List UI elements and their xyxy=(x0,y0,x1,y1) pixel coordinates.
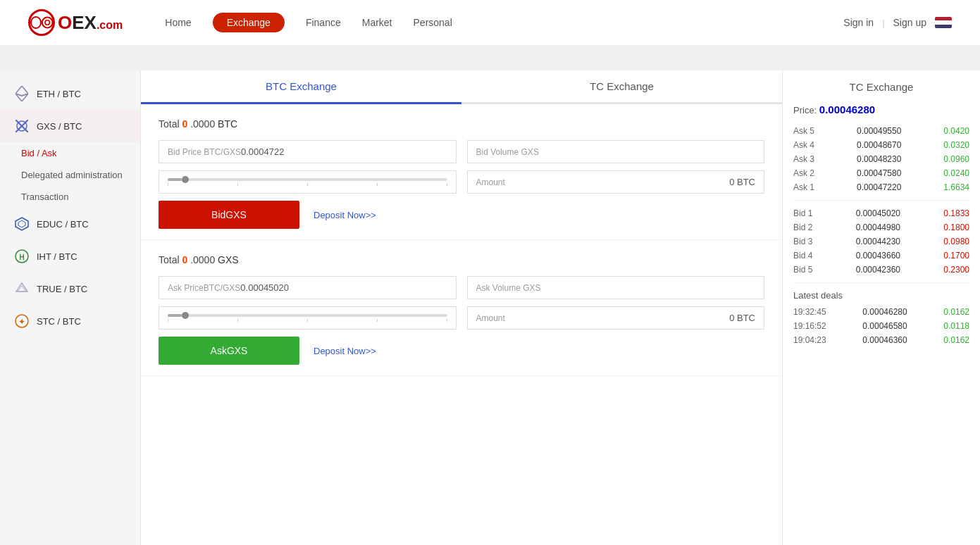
sidebar-item-educ-btc[interactable]: EDUC / BTC xyxy=(0,208,140,240)
sign-up-link[interactable]: Sign up xyxy=(893,17,926,28)
ask4-vol: 0.0320 xyxy=(943,140,969,150)
ask-slider-row: Amount 0 BTC xyxy=(159,306,764,330)
ask1-label: Ask 1 xyxy=(793,182,814,192)
bid3-label: Bid 3 xyxy=(793,237,812,246)
bid-total-zero: 0 xyxy=(182,118,187,130)
ask-tick-0 xyxy=(168,319,168,322)
bid4-vol: 0.1700 xyxy=(943,251,969,261)
ask2-price: 0.00047580 xyxy=(857,168,901,178)
content-area: BTC Exchange TC Exchange Total 0 .0000 B… xyxy=(141,70,980,545)
bid4-label: Bid 4 xyxy=(793,251,812,261)
ask-total-label: Total xyxy=(159,254,180,265)
exchange-tabs: BTC Exchange TC Exchange xyxy=(141,70,782,104)
header: OEX.com Home Exchange Finance Market Per… xyxy=(0,0,980,46)
ask-amount-box: Amount 0 BTC xyxy=(467,306,765,330)
ask-tick-1 xyxy=(237,319,238,322)
bid-row-5: Bid 5 0.00042360 0.2300 xyxy=(793,263,969,277)
bid3-price: 0.00044230 xyxy=(856,237,900,246)
bid-volume-input[interactable] xyxy=(539,146,755,157)
ask-tick-4 xyxy=(447,319,447,322)
order-book-title: TC Exchange xyxy=(793,81,969,93)
svg-point-0 xyxy=(42,18,52,28)
bid-deposit-link[interactable]: Deposit Now>> xyxy=(314,210,376,220)
bid-slider-container[interactable] xyxy=(159,170,457,194)
sidebar-sub-transaction[interactable]: Transaction xyxy=(0,186,140,208)
nav-home[interactable]: Home xyxy=(165,14,191,31)
ask-deposit-link[interactable]: Deposit Now>> xyxy=(314,346,376,356)
sidebar-item-iht-btc[interactable]: H IHT / BTC xyxy=(0,240,140,272)
deal1-price: 0.00046280 xyxy=(862,307,907,317)
nav-finance[interactable]: Finance xyxy=(306,14,341,31)
ask-volume-box[interactable]: Ask Volume GXS xyxy=(467,276,765,299)
bid-slider-ticks xyxy=(168,183,447,186)
bid-volume-box[interactable]: Bid Volume GXS xyxy=(467,140,765,163)
true-icon xyxy=(14,281,30,296)
tab-btc-exchange[interactable]: BTC Exchange xyxy=(141,70,461,104)
sidebar-sub-delegated[interactable]: Delegated administration xyxy=(0,164,140,186)
deal-row-3: 19:04:23 0.00046360 0.0162 xyxy=(793,333,969,347)
nav-exchange[interactable]: Exchange xyxy=(213,13,285,32)
ask-total-zero: 0 xyxy=(182,254,187,265)
ob-divider-2 xyxy=(793,282,969,283)
nav-right: Sign in | Sign up xyxy=(843,17,952,28)
ask3-price: 0.00048230 xyxy=(857,154,901,164)
ask-amount-value: 0 BTC xyxy=(729,313,755,323)
gxs-btc-label: GXS / BTC xyxy=(37,121,82,132)
bid-row-3: Bid 3 0.00044230 0.0980 xyxy=(793,234,969,249)
logo[interactable]: OEX.com xyxy=(28,9,123,36)
ask-amount-label: Amount xyxy=(476,313,505,323)
bid1-vol: 0.1833 xyxy=(943,208,969,218)
ask1-price: 0.00047220 xyxy=(857,182,901,192)
stc-btc-label: STC / BTC xyxy=(37,316,81,327)
ask-gxs-button[interactable]: AskGXS xyxy=(159,337,299,365)
deal1-vol: 0.0162 xyxy=(943,307,969,317)
educ-icon xyxy=(14,216,30,232)
ask1-vol: 1.6634 xyxy=(943,182,969,192)
bid-slider-thumb[interactable] xyxy=(182,176,189,183)
bid-price-input[interactable] xyxy=(241,146,447,157)
deal2-vol: 0.0118 xyxy=(943,321,969,331)
sign-in-link[interactable]: Sign in xyxy=(843,17,874,28)
sidebar-item-true-btc[interactable]: TRUE / BTC xyxy=(0,272,140,305)
ask-price-box[interactable]: Ask PriceBTC/GXS xyxy=(159,276,457,299)
deal-row-1: 19:32:45 0.00046280 0.0162 xyxy=(793,305,969,319)
bid-gxs-button[interactable]: BidGXS xyxy=(159,201,299,229)
language-flag[interactable] xyxy=(935,17,952,28)
svg-text:H: H xyxy=(19,253,24,261)
bid-price-box[interactable]: Bid Price BTC/GXS xyxy=(159,140,457,163)
ob-divider xyxy=(793,200,969,201)
nav-market[interactable]: Market xyxy=(362,14,392,31)
bid-amount-label: Amount xyxy=(476,177,505,187)
bid-price-label: Bid Price BTC/GXS xyxy=(168,147,241,157)
bid-slider-row: Amount 0 BTC xyxy=(159,170,764,194)
deal1-time: 19:32:45 xyxy=(793,307,826,317)
ask2-vol: 0.0240 xyxy=(943,168,969,178)
ask-total-row: Total 0 .0000 GXS xyxy=(159,254,764,265)
bid-slider-track xyxy=(168,178,447,181)
iht-icon: H xyxy=(14,249,30,264)
ask-slider-thumb[interactable] xyxy=(182,312,189,319)
sub-header xyxy=(0,46,980,70)
bid2-vol: 0.1800 xyxy=(943,223,969,232)
bid-row-2: Bid 2 0.00044980 0.1800 xyxy=(793,220,969,234)
tab-tc-exchange[interactable]: TC Exchange xyxy=(461,70,782,102)
bid-total-row: Total 0 .0000 BTC xyxy=(159,118,764,130)
ask-slider-container[interactable] xyxy=(159,306,457,330)
bid-action-row: BidGXS Deposit Now>> xyxy=(159,201,764,229)
bid-row-4: Bid 4 0.00043660 0.1700 xyxy=(793,249,969,263)
deal2-price: 0.00046580 xyxy=(862,321,907,331)
nav-personal[interactable]: Personal xyxy=(414,14,452,31)
exchange-panel: BTC Exchange TC Exchange Total 0 .0000 B… xyxy=(141,70,783,545)
tick-1 xyxy=(237,183,238,186)
sidebar-item-eth-btc[interactable]: ETH / BTC xyxy=(0,77,140,110)
ask-volume-input[interactable] xyxy=(541,282,755,293)
ask-price-input[interactable] xyxy=(240,282,447,293)
iht-btc-label: IHT / BTC xyxy=(37,251,77,262)
sidebar-item-stc-btc[interactable]: ✦ STC / BTC xyxy=(0,305,140,337)
sidebar-item-gxs-btc[interactable]: GXS / BTC xyxy=(0,110,140,142)
svg-point-1 xyxy=(44,20,49,25)
bid-section: Total 0 .0000 BTC Bid Price BTC/GXS Bid … xyxy=(141,104,782,240)
sidebar-sub-bid-ask[interactable]: Bid / Ask xyxy=(0,142,140,164)
asks-list: Ask 5 0.00049550 0.0420 Ask 4 0.00048670… xyxy=(793,124,969,194)
logo-text: OEX.com xyxy=(58,12,123,34)
